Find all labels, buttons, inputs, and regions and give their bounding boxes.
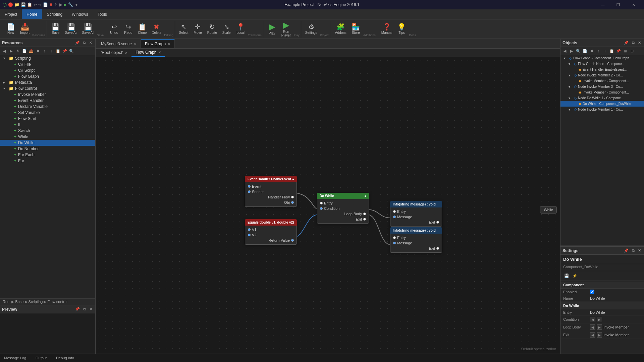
res-refresh-btn[interactable]: ↻ — [15, 48, 21, 54]
tree-item-do-while[interactable]: ✦ Do While — [0, 140, 95, 146]
tree-item-for[interactable]: ✦ For — [0, 158, 95, 164]
tree-item-if[interactable]: ✦ If — [0, 122, 95, 128]
tree-item-declare-variable[interactable]: ✦ Declare Variable — [0, 104, 95, 110]
menu-home[interactable]: Home — [22, 9, 42, 19]
event-handler-node[interactable]: Event Handler EnableEvent ● Event Sender… — [245, 176, 297, 207]
maximize-btn[interactable]: ❐ — [610, 0, 626, 9]
play-button[interactable]: ▶ Play — [265, 21, 279, 37]
objects-pin-btn[interactable]: 📌 — [623, 40, 630, 45]
tree-item-set-variable[interactable]: ✦ Set Variable — [0, 110, 95, 116]
menu-windows[interactable]: Windows — [67, 9, 93, 19]
obj-expand-btn[interactable]: ⊞ — [622, 48, 628, 54]
menu-tools[interactable]: Tools — [93, 9, 112, 19]
info-node-2[interactable]: Info(string message) : void Entry Messag… — [390, 227, 442, 253]
tree-item-flow-control[interactable]: ▼ 📁 Flow control — [0, 85, 95, 92]
local-button[interactable]: 📍 Local — [234, 21, 247, 37]
exit-right-arrow[interactable]: ▶ — [597, 332, 602, 338]
tab-flow-graph[interactable]: Flow Graph ✕ — [141, 39, 175, 48]
settings-pin-btn[interactable]: 📌 — [623, 248, 630, 253]
obj-event-handler[interactable]: ◆ Event Handler EnableEvent... — [560, 67, 644, 72]
tab-myscene-close[interactable]: ✕ — [134, 42, 137, 46]
status-debug-info[interactable]: Debug Info — [55, 356, 75, 360]
obj-invoke-member-1[interactable]: ▼ ◇ Node Invoke Member 1 - Co... — [560, 107, 644, 112]
obj-collapse-btn[interactable]: ⊟ — [629, 48, 635, 54]
save-as-button[interactable]: 💾 Save As — [63, 21, 79, 37]
save-all-button[interactable]: 💾 Save All — [80, 21, 96, 37]
flow-graph-canvas[interactable]: Event Handler EnableEvent ● Event Sender… — [96, 57, 560, 354]
obj-do-while-1[interactable]: ▼ ◇ Node Do While 1 - Compone... — [560, 95, 644, 101]
preview-close-btn[interactable]: ✕ — [88, 307, 93, 312]
select-button[interactable]: ↖ Select — [177, 21, 191, 37]
res-up-btn[interactable]: ↑ — [42, 48, 48, 54]
enabled-checkbox[interactable] — [590, 290, 594, 294]
tips-button[interactable]: 💡 Tips — [395, 21, 409, 37]
obj-invoke-member-2-child[interactable]: ◆ Invoke Member - Component... — [560, 78, 644, 84]
minimize-btn[interactable]: — — [595, 0, 610, 9]
info-node-1[interactable]: Info(string message) : void Entry Messag… — [390, 201, 442, 227]
tab-myscene[interactable]: MyScene3.scene ✕ — [97, 39, 141, 48]
obj-invoke-member-3-child[interactable]: ◆ Invoke Member - Component... — [560, 89, 644, 95]
obj-copy-btn[interactable]: 📋 — [609, 48, 615, 54]
res-import-btn[interactable]: 📥 — [28, 48, 34, 54]
save-button[interactable]: 💾 Save — [49, 21, 62, 37]
settings-save-icon-btn[interactable]: 💾 — [563, 273, 570, 279]
tab-flow-graph-close[interactable]: ✕ — [168, 42, 170, 46]
tree-item-invoke-member[interactable]: ✦ Invoke Member — [0, 92, 95, 98]
manual-button[interactable]: ❓ Manual — [379, 21, 394, 37]
window-controls[interactable]: — ❐ ✕ — [595, 0, 641, 9]
tree-item-csharp-file[interactable]: ✦ C# File — [0, 61, 95, 67]
tree-item-metadata[interactable]: ▶ 📁 Metadata — [0, 79, 95, 85]
obj-up-btn[interactable]: ↑ — [595, 48, 601, 54]
import-button[interactable]: 📥 Import — [18, 21, 32, 37]
status-message-log[interactable]: Message Log — [3, 356, 28, 360]
rotate-button[interactable]: ↻ Rotate — [205, 21, 219, 37]
obj-invoke-member-3[interactable]: ▼ ◇ Node Invoke Member 3 - Co... — [560, 84, 644, 89]
res-forward-btn[interactable]: ▶ — [8, 48, 14, 54]
move-button[interactable]: ✛ Move — [191, 21, 205, 37]
res-copy-btn[interactable]: 📋 — [55, 48, 61, 54]
equals-node[interactable]: Equals(double v1, double v2) V1 V2 Retur… — [245, 219, 297, 245]
settings-close-btn[interactable]: ✕ — [637, 248, 642, 253]
redo-button[interactable]: ↪ Redo — [121, 21, 135, 37]
res-new-btn[interactable]: 📄 — [21, 48, 28, 54]
sub-tab-root-object[interactable]: 'Root object' ✕ — [97, 49, 131, 57]
obj-down-btn[interactable]: ↓ — [602, 48, 608, 54]
tree-item-switch[interactable]: ✦ Switch — [0, 128, 95, 134]
obj-do-while-selected[interactable]: ◆ Do While - Component_DoWhile — [560, 101, 644, 107]
menu-project[interactable]: Project — [0, 9, 22, 19]
scale-button[interactable]: ⤡ Scale — [220, 21, 233, 37]
obj-back-btn[interactable]: ◀ — [562, 48, 568, 54]
objects-float-btn[interactable]: ⧉ — [631, 40, 636, 45]
tree-item-event-handler[interactable]: ✦ Event Handler — [0, 98, 95, 104]
preview-pin-btn[interactable]: 📌 — [74, 307, 81, 312]
obj-invoke-member-2[interactable]: ▼ ◇ Node Invoke Member 2 - Co... — [560, 72, 644, 78]
tree-item-while[interactable]: ✦ While — [0, 134, 95, 140]
run-player-button[interactable]: ▶ RunPlayer — [279, 21, 293, 37]
settings-warning-icon-btn[interactable]: ⚡ — [571, 273, 578, 279]
objects-close-btn[interactable]: ✕ — [637, 40, 642, 45]
settings-button[interactable]: ⚙ Settings — [303, 21, 319, 37]
close-btn[interactable]: ✕ — [626, 0, 641, 9]
sub-tab-root-object-close[interactable]: ✕ — [125, 51, 127, 55]
sub-tab-flow-graph-close[interactable]: ✕ — [158, 51, 161, 54]
resources-pin-btn[interactable]: 📌 — [74, 40, 81, 45]
addons-button[interactable]: 🧩 Addons — [333, 21, 348, 37]
tree-item-do-number[interactable]: ✦ Do Number — [0, 146, 95, 152]
preview-float-btn[interactable]: ⧉ — [82, 307, 87, 312]
settings-float-btn[interactable]: ⧉ — [631, 248, 636, 253]
undo-button[interactable]: ↩ Undo — [107, 21, 121, 37]
res-delete-btn[interactable]: ✖ — [35, 48, 41, 54]
sub-tab-flow-graph[interactable]: Flow Graph ✕ — [131, 49, 165, 57]
obj-delete-btn[interactable]: ✖ — [589, 48, 595, 54]
obj-flow-graph[interactable]: ▼ ◇ Flow Graph - Component_FlowGraph — [560, 55, 644, 61]
new-button[interactable]: 📄 New — [4, 21, 17, 37]
tree-item-flow-start[interactable]: ✦ Flow Start — [0, 116, 95, 122]
res-back-btn[interactable]: ◀ — [1, 48, 7, 54]
loop-body-left-arrow[interactable]: ◀ — [590, 324, 595, 330]
tree-item-scripting[interactable]: ▼ 📁 Scripting — [0, 55, 95, 61]
delete-button[interactable]: ✖ Delete — [150, 21, 163, 37]
res-search-btn[interactable]: 🔍 — [68, 48, 74, 54]
obj-new-btn[interactable]: 📄 — [582, 48, 588, 54]
exit-left-arrow[interactable]: ◀ — [590, 332, 595, 338]
obj-paste-btn[interactable]: 📌 — [615, 48, 622, 54]
